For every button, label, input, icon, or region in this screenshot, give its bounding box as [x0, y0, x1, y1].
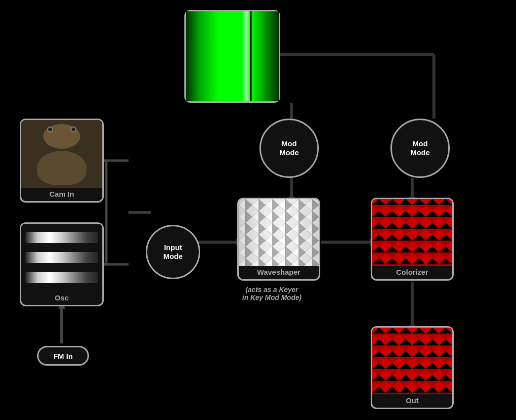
frog-head — [43, 124, 81, 149]
colorizer-box: Colorizer — [371, 198, 454, 281]
fm-in-pill[interactable]: FM In — [37, 346, 89, 366]
input-mode-label: InputMode — [163, 243, 182, 261]
waveshaper-preview — [239, 199, 319, 266]
fm-in-label: FM In — [53, 352, 73, 360]
osc-stripe-3 — [25, 272, 98, 283]
waveshaper-label: Waveshaper — [257, 268, 301, 276]
osc-preview — [21, 224, 102, 292]
cam-in-box: Cam In — [20, 119, 104, 203]
out-preview — [372, 328, 452, 394]
out-svg — [372, 328, 452, 394]
svg-rect-27 — [239, 199, 319, 266]
osc-box: Osc — [20, 222, 104, 306]
frog-body — [37, 151, 86, 185]
mod-in-green — [186, 11, 279, 88]
frog-eye-right — [71, 126, 77, 132]
waveshaper-svg — [239, 199, 319, 266]
cam-in-preview — [21, 120, 102, 188]
colorizer-svg — [372, 199, 452, 266]
mod-mode-2-label: ModMode — [410, 139, 430, 157]
note-text: (acts as a Keyerin Key Mod Mode) — [222, 286, 321, 301]
osc-label: Osc — [55, 294, 69, 302]
colorizer-label: Colorizer — [396, 268, 428, 276]
mod-in-divider — [250, 11, 252, 88]
waveshaper-box: Waveshaper — [237, 198, 320, 281]
frog-eye-left — [47, 126, 53, 132]
diagram-container: Mod In Cam In Osc — [0, 0, 516, 420]
osc-stripe-1 — [25, 232, 98, 243]
mod-mode-1-circle[interactable]: ModMode — [259, 119, 319, 178]
mod-mode-2-circle[interactable]: ModMode — [390, 119, 450, 178]
osc-stripe-2 — [25, 252, 98, 263]
out-box: Out — [371, 326, 454, 409]
out-label: Out — [406, 396, 419, 405]
mod-in-box: Mod In — [184, 10, 280, 103]
svg-rect-31 — [372, 199, 452, 266]
cam-in-label: Cam In — [49, 190, 74, 198]
mod-mode-1-label: ModMode — [279, 139, 299, 157]
note-text-content: (acts as a Keyerin Key Mod Mode) — [242, 286, 301, 301]
mod-in-preview — [186, 11, 279, 88]
input-mode-circle[interactable]: InputMode — [146, 225, 200, 279]
svg-rect-35 — [372, 328, 452, 394]
colorizer-preview — [372, 199, 452, 266]
